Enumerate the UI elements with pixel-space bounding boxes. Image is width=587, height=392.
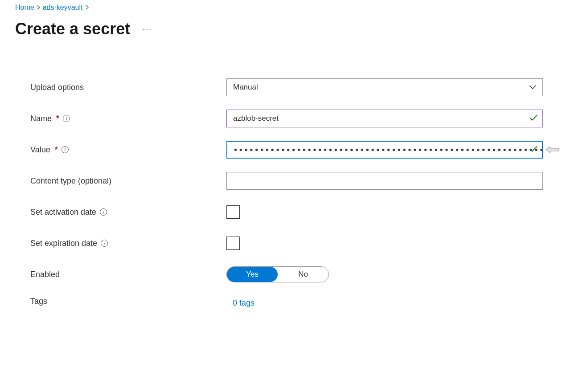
enabled-toggle[interactable]: Yes No — [226, 266, 329, 282]
expiration-date-checkbox[interactable] — [226, 237, 240, 250]
enabled-label: Enabled — [30, 270, 60, 279]
tags-label: Tags — [30, 297, 47, 306]
info-icon[interactable]: i — [101, 240, 108, 247]
activation-date-label: Set activation date — [30, 208, 96, 217]
more-actions-button[interactable]: ··· — [143, 24, 152, 34]
chevron-down-icon — [529, 83, 536, 92]
breadcrumb-keyvault[interactable]: ads-keyvault — [43, 4, 83, 12]
page-title: Create a secret — [15, 20, 130, 38]
arrow-left-callout-icon — [546, 145, 560, 154]
name-label: Name — [30, 114, 52, 123]
upload-options-value: Manual — [233, 83, 258, 92]
create-secret-form: Upload options Manual Name * i Value — [15, 78, 550, 314]
chevron-right-icon — [37, 4, 40, 11]
name-input[interactable] — [226, 110, 543, 127]
breadcrumb-home[interactable]: Home — [15, 4, 34, 12]
info-icon[interactable]: i — [62, 146, 69, 153]
breadcrumb: Home ads-keyvault — [15, 4, 587, 12]
value-input[interactable]: ••••••••••••••••••••••••••••••••••••••••… — [226, 141, 543, 159]
tags-link[interactable]: 0 tags — [226, 298, 255, 307]
required-indicator: * — [55, 145, 58, 155]
value-mask: ••••••••••••••••••••••••••••••••••••••••… — [233, 145, 543, 155]
info-icon[interactable]: i — [63, 115, 70, 122]
value-label: Value — [30, 145, 50, 155]
enabled-yes-option[interactable]: Yes — [227, 267, 278, 282]
expiration-date-label: Set expiration date — [30, 239, 97, 248]
chevron-right-icon — [86, 4, 89, 11]
content-type-input[interactable] — [226, 172, 543, 190]
enabled-no-option[interactable]: No — [278, 267, 328, 282]
upload-options-select[interactable]: Manual — [226, 78, 543, 96]
content-type-label: Content type (optional) — [30, 176, 111, 186]
upload-options-label: Upload options — [30, 83, 84, 92]
required-indicator: * — [56, 114, 59, 123]
info-icon[interactable]: i — [100, 208, 107, 216]
activation-date-checkbox[interactable] — [226, 205, 240, 219]
